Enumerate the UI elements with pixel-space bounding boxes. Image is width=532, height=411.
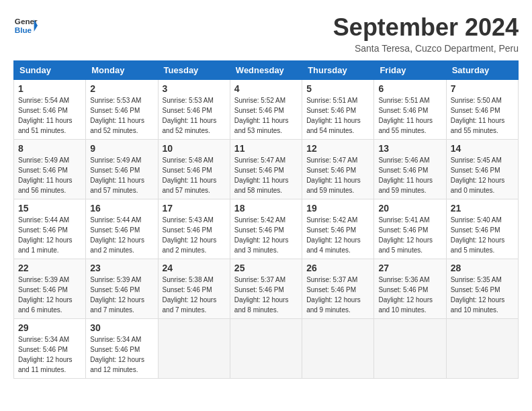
- calendar-cell: 17Sunrise: 5:43 AM Sunset: 5:46 PM Dayli…: [158, 199, 230, 259]
- calendar-cell: 24Sunrise: 5:38 AM Sunset: 5:46 PM Dayli…: [158, 259, 230, 319]
- weekday-header-friday: Friday: [374, 61, 446, 80]
- weekday-header-sunday: Sunday: [14, 61, 86, 80]
- day-info: Sunrise: 5:49 AM Sunset: 5:46 PM Dayligh…: [18, 155, 81, 195]
- calendar-cell: 8Sunrise: 5:49 AM Sunset: 5:46 PM Daylig…: [14, 140, 86, 199]
- day-number: 6: [378, 83, 441, 94]
- day-number: 27: [378, 263, 441, 273]
- weekday-header-thursday: Thursday: [302, 61, 374, 80]
- svg-text:Blue: Blue: [15, 26, 32, 34]
- location-subtitle: Santa Teresa, Cuzco Department, Peru: [333, 43, 519, 54]
- calendar-week-row: 1Sunrise: 5:54 AM Sunset: 5:46 PM Daylig…: [14, 80, 519, 140]
- calendar-cell: 1Sunrise: 5:54 AM Sunset: 5:46 PM Daylig…: [14, 80, 86, 140]
- day-info: Sunrise: 5:40 AM Sunset: 5:46 PM Dayligh…: [451, 215, 514, 255]
- calendar-cell: 22Sunrise: 5:39 AM Sunset: 5:46 PM Dayli…: [14, 259, 86, 319]
- day-number: 9: [90, 143, 153, 154]
- calendar-cell: [302, 319, 374, 379]
- calendar-cell: 19Sunrise: 5:42 AM Sunset: 5:46 PM Dayli…: [302, 199, 374, 259]
- calendar-cell: 27Sunrise: 5:36 AM Sunset: 5:46 PM Dayli…: [374, 259, 446, 319]
- day-info: Sunrise: 5:52 AM Sunset: 5:46 PM Dayligh…: [234, 95, 298, 136]
- day-number: 14: [451, 143, 514, 154]
- day-info: Sunrise: 5:51 AM Sunset: 5:46 PM Dayligh…: [378, 95, 441, 136]
- weekday-header-row: SundayMondayTuesdayWednesdayThursdayFrid…: [14, 61, 519, 80]
- day-number: 26: [306, 263, 369, 273]
- day-info: Sunrise: 5:36 AM Sunset: 5:46 PM Dayligh…: [378, 275, 441, 315]
- calendar-week-row: 15Sunrise: 5:44 AM Sunset: 5:46 PM Dayli…: [14, 199, 519, 259]
- header: General Blue September 2024 Santa Teresa…: [13, 13, 519, 54]
- day-info: Sunrise: 5:43 AM Sunset: 5:46 PM Dayligh…: [163, 215, 226, 255]
- calendar-cell: 28Sunrise: 5:35 AM Sunset: 5:46 PM Dayli…: [446, 259, 518, 319]
- calendar-cell: 13Sunrise: 5:46 AM Sunset: 5:46 PM Dayli…: [374, 140, 446, 199]
- calendar-cell: 7Sunrise: 5:50 AM Sunset: 5:46 PM Daylig…: [446, 80, 518, 140]
- weekday-header-tuesday: Tuesday: [158, 61, 230, 80]
- day-info: Sunrise: 5:34 AM Sunset: 5:46 PM Dayligh…: [90, 334, 153, 375]
- day-info: Sunrise: 5:41 AM Sunset: 5:46 PM Dayligh…: [378, 215, 441, 255]
- logo-icon: General Blue: [13, 13, 38, 38]
- calendar-cell: 3Sunrise: 5:53 AM Sunset: 5:46 PM Daylig…: [158, 80, 230, 140]
- day-info: Sunrise: 5:47 AM Sunset: 5:46 PM Dayligh…: [306, 155, 369, 195]
- calendar-cell: 9Sunrise: 5:49 AM Sunset: 5:46 PM Daylig…: [86, 140, 158, 199]
- day-number: 20: [378, 203, 441, 214]
- day-number: 22: [18, 263, 81, 273]
- calendar-cell: 21Sunrise: 5:40 AM Sunset: 5:46 PM Dayli…: [446, 199, 518, 259]
- day-number: 7: [451, 83, 514, 94]
- calendar-cell: [158, 319, 230, 379]
- calendar-cell: [446, 319, 518, 379]
- day-info: Sunrise: 5:34 AM Sunset: 5:46 PM Dayligh…: [18, 334, 81, 375]
- day-info: Sunrise: 5:46 AM Sunset: 5:46 PM Dayligh…: [378, 155, 441, 195]
- day-info: Sunrise: 5:51 AM Sunset: 5:46 PM Dayligh…: [306, 95, 369, 136]
- day-number: 25: [234, 263, 298, 273]
- day-number: 3: [163, 83, 226, 94]
- day-info: Sunrise: 5:49 AM Sunset: 5:46 PM Dayligh…: [90, 155, 153, 195]
- calendar-cell: [230, 319, 302, 379]
- calendar-cell: 18Sunrise: 5:42 AM Sunset: 5:46 PM Dayli…: [230, 199, 302, 259]
- day-info: Sunrise: 5:53 AM Sunset: 5:46 PM Dayligh…: [90, 95, 153, 136]
- day-number: 11: [234, 143, 298, 154]
- title-area: September 2024 Santa Teresa, Cuzco Depar…: [333, 13, 519, 54]
- calendar-cell: 2Sunrise: 5:53 AM Sunset: 5:46 PM Daylig…: [86, 80, 158, 140]
- day-info: Sunrise: 5:37 AM Sunset: 5:46 PM Dayligh…: [306, 275, 369, 315]
- day-info: Sunrise: 5:38 AM Sunset: 5:46 PM Dayligh…: [163, 275, 226, 315]
- calendar-cell: 16Sunrise: 5:44 AM Sunset: 5:46 PM Dayli…: [86, 199, 158, 259]
- day-info: Sunrise: 5:44 AM Sunset: 5:46 PM Dayligh…: [18, 215, 81, 255]
- day-number: 18: [234, 203, 298, 214]
- day-info: Sunrise: 5:47 AM Sunset: 5:46 PM Dayligh…: [234, 155, 298, 195]
- day-number: 8: [18, 143, 81, 154]
- weekday-header-wednesday: Wednesday: [230, 61, 302, 80]
- calendar-cell: 5Sunrise: 5:51 AM Sunset: 5:46 PM Daylig…: [302, 80, 374, 140]
- calendar-cell: 23Sunrise: 5:39 AM Sunset: 5:46 PM Dayli…: [86, 259, 158, 319]
- day-number: 4: [234, 83, 298, 94]
- calendar-cell: 20Sunrise: 5:41 AM Sunset: 5:46 PM Dayli…: [374, 199, 446, 259]
- day-info: Sunrise: 5:50 AM Sunset: 5:46 PM Dayligh…: [451, 95, 514, 136]
- day-number: 24: [163, 263, 226, 273]
- day-number: 30: [90, 322, 153, 333]
- calendar-week-row: 29Sunrise: 5:34 AM Sunset: 5:46 PM Dayli…: [14, 319, 519, 379]
- day-number: 29: [18, 322, 81, 333]
- day-info: Sunrise: 5:53 AM Sunset: 5:46 PM Dayligh…: [163, 95, 226, 136]
- calendar-cell: 12Sunrise: 5:47 AM Sunset: 5:46 PM Dayli…: [302, 140, 374, 199]
- calendar-cell: [374, 319, 446, 379]
- calendar-week-row: 8Sunrise: 5:49 AM Sunset: 5:46 PM Daylig…: [14, 140, 519, 199]
- day-info: Sunrise: 5:42 AM Sunset: 5:46 PM Dayligh…: [234, 215, 298, 255]
- day-number: 1: [18, 83, 81, 94]
- day-info: Sunrise: 5:45 AM Sunset: 5:46 PM Dayligh…: [451, 155, 514, 195]
- day-info: Sunrise: 5:42 AM Sunset: 5:46 PM Dayligh…: [306, 215, 369, 255]
- day-number: 13: [378, 143, 441, 154]
- calendar-cell: 6Sunrise: 5:51 AM Sunset: 5:46 PM Daylig…: [374, 80, 446, 140]
- day-number: 5: [306, 83, 369, 94]
- calendar-cell: 15Sunrise: 5:44 AM Sunset: 5:46 PM Dayli…: [14, 199, 86, 259]
- day-info: Sunrise: 5:37 AM Sunset: 5:46 PM Dayligh…: [234, 275, 298, 315]
- day-number: 19: [306, 203, 369, 214]
- day-info: Sunrise: 5:39 AM Sunset: 5:46 PM Dayligh…: [18, 275, 81, 315]
- calendar-cell: 10Sunrise: 5:48 AM Sunset: 5:46 PM Dayli…: [158, 140, 230, 199]
- day-number: 12: [306, 143, 369, 154]
- day-number: 23: [90, 263, 153, 273]
- day-info: Sunrise: 5:35 AM Sunset: 5:46 PM Dayligh…: [451, 275, 514, 315]
- day-number: 17: [163, 203, 226, 214]
- day-number: 15: [18, 203, 81, 214]
- day-info: Sunrise: 5:39 AM Sunset: 5:46 PM Dayligh…: [90, 275, 153, 315]
- calendar-cell: 30Sunrise: 5:34 AM Sunset: 5:46 PM Dayli…: [86, 319, 158, 379]
- calendar-cell: 11Sunrise: 5:47 AM Sunset: 5:46 PM Dayli…: [230, 140, 302, 199]
- calendar-week-row: 22Sunrise: 5:39 AM Sunset: 5:46 PM Dayli…: [14, 259, 519, 319]
- day-info: Sunrise: 5:48 AM Sunset: 5:46 PM Dayligh…: [163, 155, 226, 195]
- calendar-cell: 26Sunrise: 5:37 AM Sunset: 5:46 PM Dayli…: [302, 259, 374, 319]
